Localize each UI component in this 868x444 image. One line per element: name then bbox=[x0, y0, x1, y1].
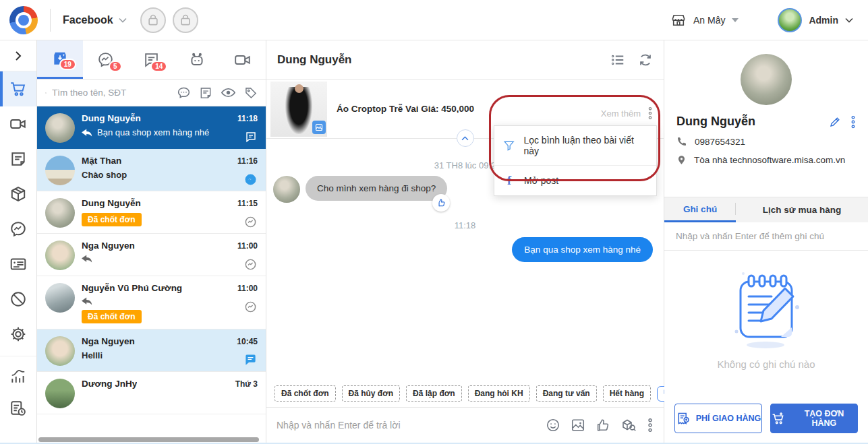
conversation-row-2[interactable]: Mặt Than11:16 Chào shop bbox=[37, 149, 266, 191]
kebab-icon[interactable] bbox=[647, 418, 654, 433]
conversation-row-6[interactable]: Nga Nguyen10:45 Hellli bbox=[37, 329, 266, 372]
quick-tag-chip[interactable]: Đang hỏi KH bbox=[468, 385, 530, 402]
tag-icon[interactable] bbox=[244, 86, 258, 100]
tab-notes[interactable]: Ghi chú bbox=[664, 197, 736, 222]
collapse-post-button[interactable] bbox=[457, 129, 474, 147]
customer-actions bbox=[829, 115, 856, 129]
horizontal-scrollbar[interactable] bbox=[38, 437, 259, 442]
sidebar-item-blocklist[interactable] bbox=[0, 282, 36, 317]
conversation-row-4[interactable]: Nga Nguyen11:00 bbox=[37, 234, 266, 276]
sidebar-item-reports[interactable] bbox=[0, 391, 36, 426]
timestamp: Thứ 3 bbox=[235, 379, 258, 389]
messenger-icon bbox=[9, 220, 27, 238]
conversation-row-3[interactable]: Dung Nguyễn11:15 Đã chốt đơn bbox=[37, 191, 266, 234]
kebab-icon[interactable] bbox=[850, 115, 856, 129]
refresh-icon[interactable] bbox=[638, 53, 653, 67]
tab-chatbot[interactable] bbox=[174, 40, 220, 79]
quick-tag-chip[interactable]: Đã lập đơn bbox=[406, 385, 462, 402]
eye-icon[interactable] bbox=[221, 85, 236, 100]
smiley-icon[interactable] bbox=[546, 418, 560, 433]
sidebar-item-analytics[interactable] bbox=[0, 356, 36, 391]
shipping-fee-button[interactable]: PHÍ GIAO HÀNG bbox=[674, 404, 762, 433]
notepad-illustration bbox=[723, 269, 809, 352]
page-avatar-1[interactable] bbox=[140, 7, 166, 33]
comment-dots-icon[interactable] bbox=[177, 86, 191, 100]
rail-expand-button[interactable] bbox=[0, 40, 36, 71]
cart-icon bbox=[9, 80, 27, 98]
top-header: Facebook An Mây Admin bbox=[0, 0, 868, 40]
conversation-search bbox=[37, 80, 266, 106]
quick-tag-chip[interactable]: Đã hủy đơn bbox=[342, 385, 401, 402]
thumb-icon[interactable] bbox=[596, 418, 610, 433]
quick-tag-chip[interactable]: Đang tư vấn bbox=[536, 385, 597, 402]
reply-arrow-icon bbox=[82, 129, 92, 137]
reply-input[interactable] bbox=[277, 420, 536, 431]
outgoing-bubble[interactable]: Bạn qua shop xem hàng nhé bbox=[512, 237, 653, 262]
platform-selector[interactable]: Facebook bbox=[63, 14, 127, 26]
timestamp: 11:00 bbox=[237, 284, 258, 293]
package-icon bbox=[9, 185, 27, 203]
quick-tags-bar: Đã chốt đơn Đã hủy đơn Đã lập đơn Đang h… bbox=[266, 380, 664, 407]
avatar bbox=[273, 176, 300, 203]
conversation-panel: 19 5 14 bbox=[37, 40, 266, 443]
search-input[interactable] bbox=[52, 88, 171, 98]
quick-tag-chip[interactable]: Hết hàng bbox=[603, 385, 651, 402]
kebab-icon[interactable] bbox=[647, 106, 653, 120]
post-title: Áo Croptop Trễ Vai Giá: 450,000 bbox=[337, 104, 474, 114]
customer-address: Tòa nhà technosoftware.misa.com.vn bbox=[694, 155, 845, 165]
customer-panel: Dung Nguyễn 0987654321 Tòa nhà technosof… bbox=[664, 40, 868, 443]
quick-tag-chip[interactable]: Đã chốt đơn bbox=[274, 385, 336, 402]
conversation-row-5[interactable]: Nguyễn Vũ Phú Cường11:00 Đã chốt đơn bbox=[37, 276, 266, 329]
tab-messenger[interactable]: 5 bbox=[83, 40, 129, 79]
contact-name: Dương JnHy bbox=[82, 379, 137, 389]
row-main: Nguyễn Vũ Phú Cường11:00 Đã chốt đơn bbox=[82, 283, 258, 323]
messenger-icon bbox=[244, 300, 257, 313]
tab-purchase-history[interactable]: Lịch sử mua hàng bbox=[736, 197, 868, 222]
bag-icon bbox=[179, 13, 192, 27]
user-avatar[interactable] bbox=[778, 8, 802, 32]
reply-bar bbox=[266, 407, 664, 443]
note-icon[interactable] bbox=[199, 86, 212, 100]
timestamp: 11:15 bbox=[237, 199, 258, 208]
create-order-button[interactable]: TẠO ĐƠN HÀNG bbox=[770, 404, 858, 433]
list-icon[interactable] bbox=[610, 53, 626, 67]
avatar bbox=[45, 156, 75, 185]
tab-inbox-all[interactable]: 19 bbox=[37, 40, 83, 79]
avatar bbox=[45, 241, 75, 270]
sidebar-item-products[interactable] bbox=[0, 177, 36, 212]
video-icon bbox=[9, 115, 27, 133]
bag-icon bbox=[146, 13, 160, 27]
pencil-icon[interactable] bbox=[829, 116, 841, 128]
sidebar-item-livestream[interactable] bbox=[0, 106, 36, 141]
news-icon bbox=[9, 150, 27, 168]
dropdown-header: Xem thêm bbox=[494, 102, 657, 125]
page-avatar-2[interactable] bbox=[173, 7, 198, 33]
note-input[interactable] bbox=[676, 231, 857, 241]
menu-item-open-post[interactable]: f Mở post bbox=[494, 165, 656, 195]
chat-type-icon bbox=[244, 173, 257, 186]
block-icon bbox=[9, 290, 27, 308]
dropdown-menu: Lọc bình luận theo bài viết này f Mở pos… bbox=[494, 125, 657, 196]
customer-tabs: Ghi chú Lịch sử mua hàng bbox=[664, 197, 868, 222]
sidebar-item-posts[interactable] bbox=[0, 141, 36, 177]
menu-item-filter-comments[interactable]: Lọc bình luận theo bài viết này bbox=[494, 126, 656, 165]
image-icon[interactable] bbox=[571, 418, 585, 433]
message-preview: Chào shop bbox=[82, 170, 258, 180]
store-selector[interactable]: An Mây bbox=[670, 13, 739, 28]
box-search-icon[interactable] bbox=[620, 417, 637, 433]
incoming-bubble[interactable]: Cho mình xem hàng đi shop? bbox=[306, 176, 447, 201]
like-reaction-icon[interactable] bbox=[432, 194, 450, 212]
conversation-row-1[interactable]: Dung Nguyễn11:18 Bạn qua shop xem hàng n… bbox=[37, 106, 266, 149]
sidebar-item-orders[interactable] bbox=[0, 71, 36, 106]
chat-panel: Dung Nguyễn Áo Croptop Trễ Vai Giá: 450,… bbox=[266, 40, 664, 443]
sidebar-item-settings[interactable] bbox=[0, 317, 36, 352]
conversation-tabbar: 19 5 14 bbox=[37, 40, 266, 80]
conversation-row-7[interactable]: Dương JnHyThứ 3 bbox=[37, 372, 266, 414]
tab-comments[interactable]: 14 bbox=[129, 40, 175, 79]
customer-avatar[interactable] bbox=[741, 54, 792, 105]
sidebar-item-messenger[interactable] bbox=[0, 212, 36, 247]
messenger-badge: 5 bbox=[109, 61, 122, 72]
chevron-down-icon[interactable] bbox=[845, 18, 853, 23]
sidebar-item-customers[interactable] bbox=[0, 247, 36, 282]
tab-video[interactable] bbox=[220, 40, 266, 79]
